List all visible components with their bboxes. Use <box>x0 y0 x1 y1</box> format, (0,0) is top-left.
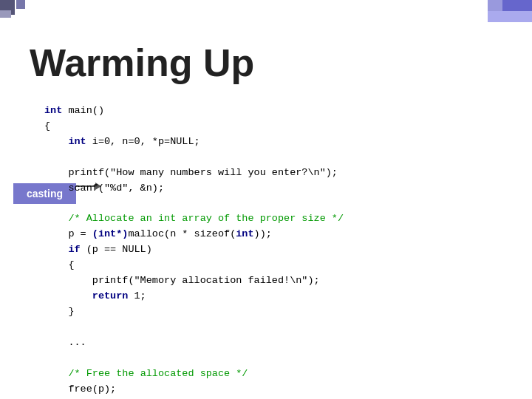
code-line-5: printf("How many numbers will you enter?… <box>44 166 344 181</box>
code-line-1: int main() <box>44 103 344 119</box>
code-line-9: p = (int*)malloc(n * sizeof(int)); <box>44 227 344 242</box>
code-line-8: /* Allocate an int array of the proper s… <box>44 211 344 227</box>
code-line-7 <box>44 197 344 212</box>
page-title: Warming Up <box>30 41 254 85</box>
code-block: int main() { int i=0, n=0, *p=NULL; prin… <box>44 103 344 399</box>
code-line-11: { <box>44 258 344 273</box>
code-line-16: ... <box>44 335 344 351</box>
code-line-13: return 1; <box>44 289 344 304</box>
code-line-15 <box>44 320 344 335</box>
code-line-18: /* Free the allocated space */ <box>44 366 344 382</box>
corner-decoration-topleft-3 <box>0 10 11 18</box>
code-line-2: { <box>44 119 344 134</box>
code-line-19: free(p); <box>44 382 344 398</box>
corner-decoration-topright <box>473 0 532 22</box>
code-line-14: } <box>44 304 344 320</box>
code-line-4 <box>44 150 344 166</box>
code-line-10: if (p == NULL) <box>44 242 344 258</box>
code-line-6: scanf("%d", &n); <box>44 181 344 197</box>
code-line-3: int i=0, n=0, *p=NULL; <box>44 134 344 150</box>
code-line-12: printf("Memory allocation failed!\n"); <box>44 273 344 289</box>
code-line-17 <box>44 351 344 366</box>
corner-decoration-topleft-2 <box>16 0 25 9</box>
